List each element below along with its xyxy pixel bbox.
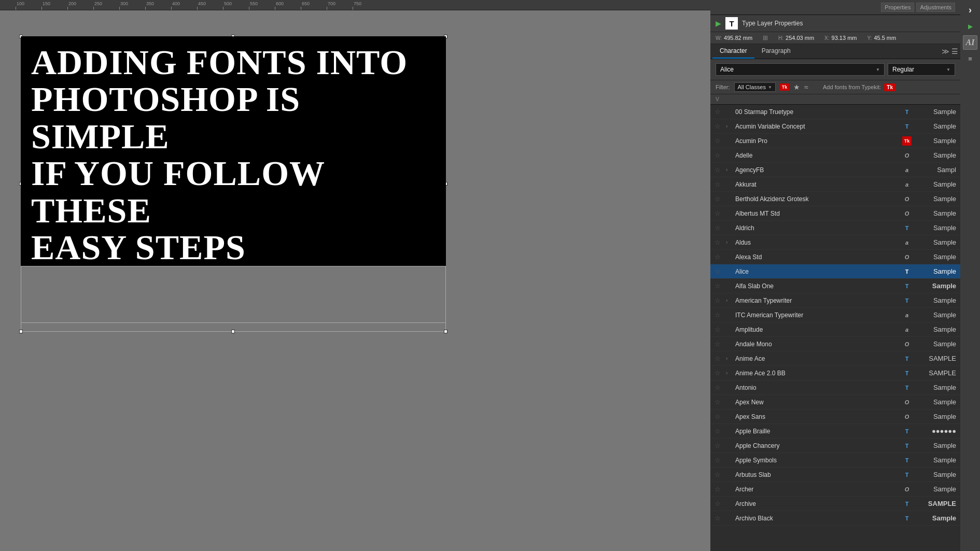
font-list-item[interactable]: ☆AldrichTSample	[710, 221, 960, 235]
font-star-btn[interactable]: ☆	[715, 471, 723, 478]
typekit-button[interactable]: Tk	[884, 83, 895, 91]
font-star-btn[interactable]: ☆	[715, 355, 723, 362]
font-star-btn[interactable]: ☆	[715, 456, 723, 464]
tk-filter-icon[interactable]: Tk	[780, 83, 790, 91]
handle-bottom-mid[interactable]	[231, 330, 235, 333]
font-name-label: Aldus	[735, 239, 899, 246]
font-list-item[interactable]: ☆Arbutus SlabTSample	[710, 468, 960, 482]
font-list-item[interactable]: ☆›Anime AceTSAMPLE	[710, 351, 960, 366]
font-list-item[interactable]: ☆Apple SymbolsTSample	[710, 453, 960, 468]
font-star-btn[interactable]: ☆	[715, 180, 723, 188]
properties-tab[interactable]: Properties	[881, 3, 914, 12]
font-list-item[interactable]: ☆Archivo BlackTSample	[710, 511, 960, 526]
font-list[interactable]: ☆00 Starmap TruetypeTSample☆›Acumin Vari…	[710, 105, 960, 551]
font-list-item[interactable]: ☆Apex NewOSample	[710, 395, 960, 409]
font-list-item[interactable]: ☆ITC American TypewriteraSample	[710, 308, 960, 322]
font-star-btn[interactable]: ☆	[715, 413, 723, 420]
font-star-btn[interactable]: ☆	[715, 238, 723, 246]
panel-menu-icon[interactable]: ☰	[951, 47, 958, 55]
font-expand-arrow[interactable]: ›	[726, 370, 732, 376]
font-list-item[interactable]: ☆›American TypewriterTSample	[710, 293, 960, 308]
more-panels-icon[interactable]: ≫	[942, 47, 949, 55]
font-name-label: Apple Chancery	[735, 442, 899, 449]
toolbar-scroll-right[interactable]: ›	[962, 2, 978, 18]
font-type-icon: T	[902, 369, 912, 378]
font-list-item[interactable]: ☆Alfa Slab OneTSample	[710, 279, 960, 293]
font-list-item[interactable]: ☆Apex SansOSample	[710, 409, 960, 424]
toolbar-play-btn[interactable]: ▶	[962, 19, 978, 34]
font-expand-arrow[interactable]: ›	[726, 167, 732, 173]
font-star-btn[interactable]: ☆	[715, 296, 723, 304]
font-star-btn[interactable]: ☆	[715, 427, 723, 435]
font-name-dropdown[interactable]: Alice ▼	[716, 63, 885, 76]
font-list-item[interactable]: ☆Apple BrailleT●●●●●●	[710, 424, 960, 439]
font-star-btn[interactable]: ☆	[715, 369, 723, 377]
panel-top-row: Properties Adjustments	[710, 0, 960, 15]
font-list-item[interactable]: ☆Apple ChanceryTSample	[710, 439, 960, 453]
font-star-btn[interactable]: ☆	[715, 282, 723, 290]
font-list-item[interactable]: ☆›AgencyFBaSampl	[710, 163, 960, 177]
font-list-item[interactable]: ☆ArcherOSample	[710, 482, 960, 497]
adjustments-tab[interactable]: Adjustments	[916, 3, 955, 12]
font-list-item[interactable]: ☆›AldusaSample	[710, 235, 960, 250]
tab-character[interactable]: Character	[712, 44, 754, 59]
font-star-btn[interactable]: ☆	[715, 311, 723, 319]
font-name-label: Acumin Pro	[735, 137, 899, 145]
font-star-btn[interactable]: ☆	[715, 267, 723, 275]
font-expand-arrow[interactable]: ›	[726, 356, 732, 361]
font-star-btn[interactable]: ☆	[715, 108, 723, 116]
font-list-item[interactable]: ☆AdelleOSample	[710, 148, 960, 163]
star-filter-icon[interactable]: ★	[793, 83, 800, 91]
text-block[interactable]: ADDING FONTS INTO PHOTOSHOP IS SIMPLE IF…	[21, 36, 446, 323]
play-icon[interactable]: ▶	[716, 19, 721, 27]
font-list-item[interactable]: ☆AkkurataSample	[710, 177, 960, 192]
font-star-btn[interactable]: ☆	[715, 209, 723, 217]
font-expand-arrow[interactable]: ›	[726, 123, 732, 129]
font-star-btn[interactable]: ☆	[715, 485, 723, 493]
text-line-3: IF YOU FOLLOW THESE	[31, 155, 436, 229]
font-star-btn[interactable]: ☆	[715, 137, 723, 145]
font-star-btn[interactable]: ☆	[715, 326, 723, 333]
font-style-dropdown[interactable]: Regular ▼	[888, 63, 955, 76]
font-list-item[interactable]: ☆AmplitudeaSample	[710, 322, 960, 337]
font-star-btn[interactable]: ☆	[715, 384, 723, 391]
font-list-item[interactable]: ☆Andale MonoOSample	[710, 337, 960, 351]
font-expand-arrow[interactable]: ›	[726, 298, 732, 303]
font-star-btn[interactable]: ☆	[715, 166, 723, 174]
font-name-arrow: ▼	[876, 67, 880, 72]
font-list-item[interactable]: ☆Acumin ProTkSample	[710, 134, 960, 148]
tab-paragraph[interactable]: Paragraph	[754, 44, 798, 59]
toolbar-justify-btn[interactable]: ≡	[962, 51, 978, 66]
handle-bottom-right[interactable]	[444, 330, 447, 333]
font-list-item[interactable]: ☆AliceTSample	[710, 264, 960, 279]
filter-arrow: ▼	[768, 85, 772, 90]
font-star-btn[interactable]: ☆	[715, 340, 723, 348]
font-star-btn[interactable]: ☆	[715, 442, 723, 449]
font-list-item[interactable]: ☆›Acumin Variable ConceptTSample	[710, 119, 960, 134]
wavy-filter-icon[interactable]: ≈	[804, 83, 808, 91]
font-list-item[interactable]: ☆Albertus MT StdOSample	[710, 206, 960, 221]
filter-dropdown[interactable]: All Classes ▼	[734, 82, 776, 92]
font-type-icon: T	[902, 470, 912, 479]
font-list-item[interactable]: ☆Alexa StdOSample	[710, 250, 960, 264]
font-star-btn[interactable]: ☆	[715, 500, 723, 507]
ai-font-btn[interactable]: AI	[963, 35, 977, 50]
font-star-btn[interactable]: ☆	[715, 253, 723, 261]
font-star-btn[interactable]: ☆	[715, 398, 723, 406]
font-star-btn[interactable]: ☆	[715, 224, 723, 232]
font-list-item[interactable]: ☆00 Starmap TruetypeTSample	[710, 105, 960, 119]
font-star-btn[interactable]: ☆	[715, 514, 723, 522]
font-type-icon: O	[902, 194, 912, 204]
font-type-icon: T	[902, 441, 912, 450]
font-list-item[interactable]: ☆Berthold Akzidenz GroteskOSample	[710, 192, 960, 206]
font-expand-arrow[interactable]: ›	[726, 239, 732, 245]
font-list-item[interactable]: ☆›Anime Ace 2.0 BBTSAMPLE	[710, 366, 960, 380]
font-star-btn[interactable]: ☆	[715, 195, 723, 203]
font-star-btn[interactable]: ☆	[715, 151, 723, 159]
font-sample-text: Sample	[915, 151, 956, 159]
font-list-item[interactable]: ☆ArchiveTSAMPLE	[710, 497, 960, 511]
ruler-mark: 250	[93, 0, 119, 10]
handle-bottom-left[interactable]	[19, 330, 23, 333]
font-star-btn[interactable]: ☆	[715, 122, 723, 130]
font-list-item[interactable]: ☆AntonioTSample	[710, 380, 960, 395]
